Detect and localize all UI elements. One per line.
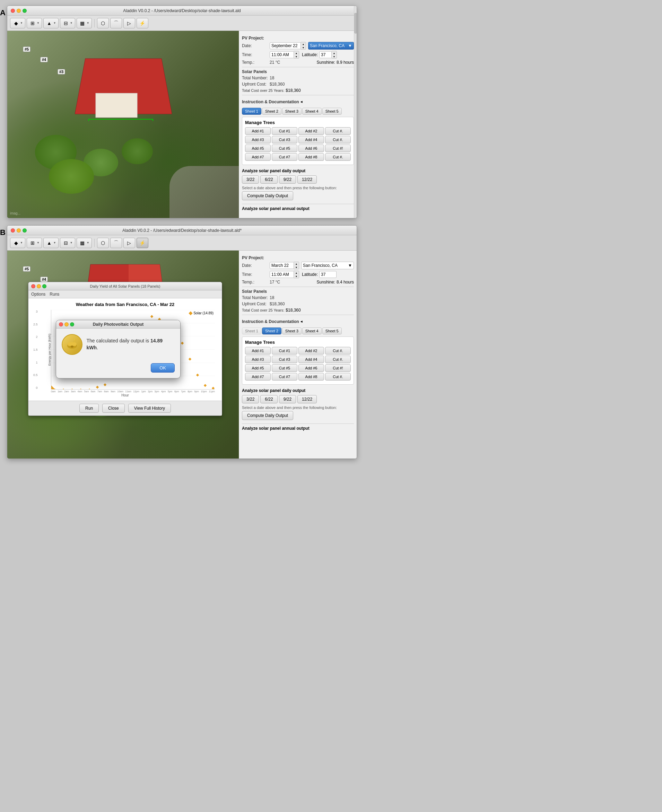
add-7-btn-b[interactable]: Add #7 <box>245 373 271 380</box>
add-7-btn-a[interactable]: Add #7 <box>245 153 271 161</box>
scrollbar-thumb-a[interactable] <box>354 31 357 34</box>
time-stepper-b[interactable]: ▲ ▼ <box>270 271 299 278</box>
sheet-tab-5-b[interactable]: Sheet 5 <box>322 327 342 334</box>
time-input-a[interactable] <box>270 51 294 58</box>
dome-tool-btn[interactable]: ⌒ <box>110 18 122 29</box>
view-full-history-btn[interactable]: View Full History <box>128 404 171 413</box>
compute-daily-btn-b[interactable]: Compute Daily Output <box>242 411 293 420</box>
location-select-a[interactable]: San Francisco, CA ▼ <box>308 42 354 50</box>
chart-maximize-btn[interactable] <box>42 284 47 288</box>
close-button-a[interactable] <box>11 9 15 13</box>
add-5-btn-b[interactable]: Add #5 <box>245 364 271 372</box>
mountain-tool-btn[interactable]: ▲ ▼ <box>43 18 59 29</box>
chart-minimize-btn[interactable] <box>37 284 41 288</box>
cut-5-btn-a[interactable]: Cut #5 <box>272 144 297 152</box>
play-tool-btn[interactable]: ▷ <box>124 18 135 29</box>
sheet-tab-2-a[interactable]: Sheet 2 <box>262 108 281 115</box>
date-down-b[interactable]: ▼ <box>294 265 299 269</box>
cut-1-btn-b[interactable]: Cut #1 <box>272 347 297 355</box>
close-chart-btn[interactable]: Close <box>102 404 125 413</box>
cut-2-btn-a[interactable]: Cut #. <box>325 127 351 135</box>
date-1222-btn-a[interactable]: 12/22 <box>297 175 317 184</box>
dialog-traffic-lights[interactable] <box>59 322 74 326</box>
shape-tool-btn-b[interactable]: ◆ ▼ <box>10 238 25 248</box>
add-6-btn-b[interactable]: Add #6 <box>299 364 324 372</box>
date-up-b[interactable]: ▲ <box>294 262 299 265</box>
cut-8-btn-a[interactable]: Cut #. <box>325 153 351 161</box>
cut-3-btn-b[interactable]: Cut #3 <box>272 356 297 363</box>
time-down-a[interactable]: ▼ <box>294 55 299 58</box>
grid-tool-btn[interactable]: ⊞ ▼ <box>27 18 42 29</box>
cut-6-btn-a[interactable]: Cut #! <box>325 144 351 152</box>
energy-tool-btn[interactable]: ⚡ <box>137 18 148 29</box>
sheet-tab-3-a[interactable]: Sheet 3 <box>282 108 302 115</box>
cut-1-btn-a[interactable]: Cut #1 <box>272 127 297 135</box>
play-tool-btn-b[interactable]: ▷ <box>124 238 135 248</box>
cut-6-btn-b[interactable]: Cut #! <box>325 364 351 372</box>
compute-daily-btn-a[interactable]: Compute Daily Output <box>242 191 293 200</box>
maximize-button-a[interactable] <box>22 9 27 13</box>
cube-tool-btn-b[interactable]: ⬡ <box>97 238 109 248</box>
traffic-lights-a[interactable] <box>11 9 27 13</box>
sheet-tab-4-a[interactable]: Sheet 4 <box>302 108 321 115</box>
sheet-tab-1-a[interactable]: Sheet 1 <box>242 108 261 115</box>
date-322-btn-b[interactable]: 3/22 <box>242 395 259 403</box>
date-622-btn-b[interactable]: 6/22 <box>260 395 277 403</box>
solar-tool-btn-b[interactable]: ▦ ▼ <box>77 238 92 248</box>
ok-btn[interactable]: OK <box>151 363 175 372</box>
run-btn[interactable]: Run <box>79 404 99 413</box>
latitude-stepper-a[interactable]: ▲ ▼ <box>319 51 337 59</box>
latitude-input-a[interactable] <box>319 51 332 58</box>
dome-tool-btn-b[interactable]: ⌒ <box>110 238 122 248</box>
location-select-b[interactable]: San Francisco, CA ▼ <box>301 262 354 269</box>
time-stepper-a[interactable]: ▲ ▼ <box>270 51 299 59</box>
add-3-btn-b[interactable]: Add #3 <box>245 356 271 363</box>
add-8-btn-b[interactable]: Add #8 <box>299 373 324 380</box>
mountain-tool-btn-b[interactable]: ▲ ▼ <box>43 238 59 248</box>
add-1-btn-a[interactable]: Add #1 <box>245 127 271 135</box>
date-922-btn-b[interactable]: 9/22 <box>279 395 296 403</box>
sheet-tab-2-b[interactable]: Sheet 2 <box>262 327 281 334</box>
time-down-b[interactable]: ▼ <box>294 274 299 278</box>
date-922-btn-a[interactable]: 9/22 <box>279 175 296 184</box>
traffic-lights-b[interactable] <box>11 228 27 233</box>
cut-7-btn-b[interactable]: Cut #7 <box>272 373 297 380</box>
maximize-button-b[interactable] <box>22 228 27 233</box>
chart-menu-options[interactable]: Options <box>31 291 45 297</box>
date-up-a[interactable]: ▲ <box>301 42 306 46</box>
sheet-tab-4-b[interactable]: Sheet 4 <box>302 327 321 334</box>
lat-up-a[interactable]: ▲ <box>332 51 337 55</box>
add-1-btn-b[interactable]: Add #1 <box>245 347 271 355</box>
date-622-btn-a[interactable]: 6/22 <box>260 175 277 184</box>
add-4-btn-b[interactable]: Add #4 <box>299 356 324 363</box>
date-322-btn-a[interactable]: 3/22 <box>242 175 259 184</box>
time-input-b[interactable] <box>270 271 294 278</box>
time-up-a[interactable]: ▲ <box>294 51 299 55</box>
cut-2-btn-b[interactable]: Cut #. <box>325 347 351 355</box>
chart-close-btn[interactable] <box>31 284 35 288</box>
dialog-close-btn[interactable] <box>59 322 63 326</box>
window-tool-btn-b[interactable]: ⊟ ▼ <box>60 238 75 248</box>
close-button-b[interactable] <box>11 228 15 233</box>
view-3d-a[interactable]: #5 #4 #3 #2 #1 <box>7 31 239 218</box>
add-4-btn-a[interactable]: Add #4 <box>299 136 324 143</box>
add-2-btn-b[interactable]: Add #2 <box>299 347 324 355</box>
date-stepper-b[interactable]: ▲ ▼ <box>270 262 299 269</box>
energy-tool-btn-b[interactable]: ⚡ <box>137 238 148 248</box>
sheet-tab-5-a[interactable]: Sheet 5 <box>322 108 342 115</box>
scrollbar-a[interactable] <box>354 31 357 218</box>
cut-7-btn-a[interactable]: Cut #7 <box>272 153 297 161</box>
cut-4-btn-b[interactable]: Cut #. <box>325 356 351 363</box>
add-6-btn-a[interactable]: Add #6 <box>299 144 324 152</box>
cut-4-btn-a[interactable]: Cut #. <box>325 136 351 143</box>
date-input-a[interactable] <box>270 42 301 49</box>
add-8-btn-a[interactable]: Add #8 <box>299 153 324 161</box>
grid-tool-btn-b[interactable]: ⊞ ▼ <box>27 238 42 248</box>
add-3-btn-a[interactable]: Add #3 <box>245 136 271 143</box>
shape-tool-btn[interactable]: ◆ ▼ <box>10 18 25 29</box>
date-input-b[interactable] <box>270 262 294 269</box>
solar-tool-btn[interactable]: ▦ ▼ <box>77 18 92 29</box>
window-tool-btn[interactable]: ⊟ ▼ <box>60 18 75 29</box>
cut-5-btn-b[interactable]: Cut #5 <box>272 364 297 372</box>
date-1222-btn-b[interactable]: 12/22 <box>297 395 317 403</box>
